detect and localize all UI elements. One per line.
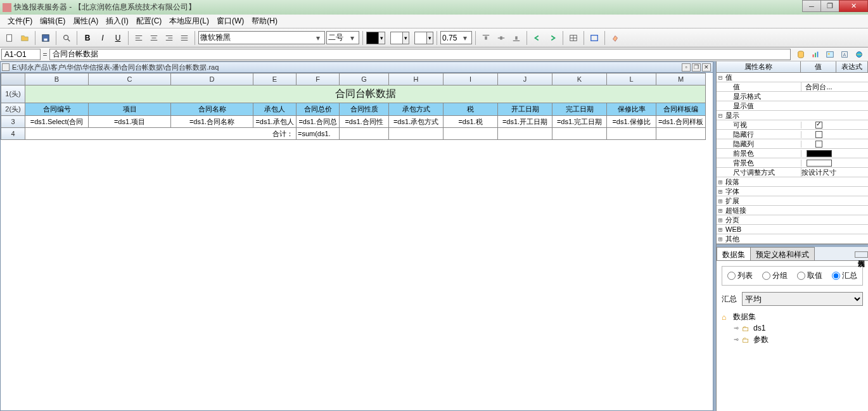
expand-icon[interactable]: ⊟ [717, 111, 724, 120]
property-row[interactable]: ⊞ 扩展 [717, 196, 868, 206]
grid-header-cell[interactable]: 合同名称 [171, 103, 253, 116]
grid-header-cell[interactable]: 项目 [89, 103, 171, 116]
doc-min-button[interactable]: ▫ [682, 63, 691, 72]
grid-data-cell[interactable]: =ds1.项目 [89, 116, 171, 128]
color-swatch[interactable] [807, 160, 832, 167]
save-button[interactable] [39, 31, 53, 45]
ie-icon[interactable] [853, 49, 865, 60]
report-title-cell[interactable]: 合同台帐数据 [25, 85, 706, 103]
border-button[interactable] [587, 31, 601, 45]
col-header[interactable]: G [340, 73, 389, 85]
forecolor-swatch[interactable]: ▾ [366, 32, 385, 44]
grid-empty-cell[interactable] [607, 128, 656, 140]
tab-predefined[interactable]: 预定义格和样式 [750, 247, 815, 260]
doc-close-button[interactable]: ✕ [702, 63, 711, 72]
backcolor-swatch[interactable]: ▾ [390, 32, 409, 44]
tab-dataset[interactable]: 数据集 [717, 247, 751, 260]
grid-header-cell[interactable]: 合同总价 [297, 103, 340, 116]
expand-icon[interactable]: ⊞ [717, 235, 724, 243]
image-icon[interactable] [824, 49, 836, 60]
property-row[interactable]: 前景色 [717, 149, 868, 158]
row-header[interactable]: 4 [1, 128, 25, 140]
grid-empty-cell[interactable] [389, 128, 444, 140]
grid-data-cell[interactable]: =ds1.承包方式 [389, 116, 444, 128]
align-right-button[interactable] [162, 31, 176, 45]
menu-edit[interactable]: 编辑(E) [36, 15, 69, 28]
fillcolor-swatch[interactable]: ▾ [414, 32, 433, 44]
tree-root[interactable]: ⌂数据集 [722, 311, 863, 322]
valign-bottom-button[interactable] [509, 31, 523, 45]
grid-header-cell[interactable]: 合同编号 [25, 103, 89, 116]
property-row[interactable]: ⊞ 超链接 [717, 206, 868, 215]
report-grid[interactable]: BCDEFGHIJKLM1(头)合同台帐数据2(头)合同编号项目合同名称承包人合… [1, 73, 706, 140]
property-value[interactable]: 按设计尺寸 [801, 168, 836, 177]
grid-header-cell[interactable]: 完工日期 [552, 103, 607, 116]
property-row[interactable]: ⊞ 字体 [717, 187, 868, 196]
valign-middle-button[interactable] [494, 31, 508, 45]
grid-empty-cell[interactable] [340, 128, 389, 140]
col-header[interactable]: L [607, 73, 656, 85]
col-header[interactable]: H [389, 73, 444, 85]
radio-group[interactable]: 分组 [762, 270, 788, 281]
preview-button[interactable] [60, 31, 73, 45]
expand-icon[interactable]: ⊞ [717, 206, 724, 215]
row-header[interactable]: 3 [1, 116, 25, 128]
new-button[interactable] [3, 31, 16, 45]
formula-input[interactable]: 合同台帐数据 [49, 49, 791, 60]
close-button[interactable]: ✕ [839, 0, 868, 12]
maximize-button[interactable]: ❐ [820, 0, 839, 12]
property-tree[interactable]: ⊟ 值 值 合同台... 显示格式 显示值 ⊟ 显示 可视 隐藏行 隐藏列 [717, 73, 868, 244]
property-row[interactable]: 隐藏行 [717, 130, 868, 139]
col-header[interactable]: F [297, 73, 340, 85]
col-header[interactable]: B [25, 73, 89, 85]
property-value[interactable] [801, 141, 836, 148]
grid-header-cell[interactable]: 承包人 [253, 103, 297, 116]
property-row[interactable]: 可视 [717, 120, 868, 130]
expand-icon[interactable]: ⊞ [717, 197, 724, 205]
grid-header-cell[interactable]: 开工日期 [498, 103, 552, 116]
db-icon[interactable] [795, 49, 807, 60]
valign-top-button[interactable] [479, 31, 493, 45]
menu-property[interactable]: 属性(A) [69, 15, 102, 28]
expand-icon[interactable]: ⊞ [717, 187, 724, 196]
color-swatch[interactable] [807, 150, 832, 157]
footer-sum-cell[interactable]: =sum(ds1. [297, 128, 340, 140]
menu-help[interactable]: 帮助(H) [248, 15, 281, 28]
grid-data-cell[interactable]: =ds1.完工日期 [552, 116, 607, 128]
align-left-button[interactable] [132, 31, 146, 45]
property-row[interactable]: ⊞ 其他 [717, 234, 868, 244]
property-value[interactable] [801, 160, 836, 167]
align-center-button[interactable] [147, 31, 161, 45]
fontsize-combo[interactable]: 二号▾ [326, 31, 359, 44]
property-row[interactable]: ⊞ 段落 [717, 177, 868, 187]
checkbox[interactable] [815, 122, 822, 129]
col-header[interactable]: J [498, 73, 552, 85]
property-row[interactable]: 显示值 [717, 101, 868, 111]
radio-list[interactable]: 列表 [727, 270, 753, 281]
menu-file[interactable]: 文件(F) [4, 15, 36, 28]
doc-max-button[interactable]: ❐ [692, 63, 701, 72]
grid-corner[interactable] [1, 73, 25, 85]
property-row[interactable]: 背景色 [717, 158, 868, 168]
tree-item-params[interactable]: ⊸🗀参数 [722, 334, 863, 345]
property-value[interactable] [801, 122, 836, 129]
italic-button[interactable]: I [96, 31, 110, 45]
property-row[interactable]: ⊟ 值 [717, 73, 868, 82]
footer-label-cell[interactable]: 合计： [25, 128, 297, 140]
minimize-button[interactable]: ─ [802, 0, 821, 12]
property-value[interactable] [801, 131, 836, 138]
format-icon[interactable]: A [838, 49, 851, 60]
merge-button[interactable] [566, 31, 580, 45]
property-row[interactable]: 尺寸调整方式 按设计尺寸 [717, 168, 868, 177]
property-row[interactable]: ⊞ 分页 [717, 215, 868, 225]
align-justify-button[interactable] [177, 31, 191, 45]
expand-icon[interactable]: ⊞ [717, 225, 724, 234]
grid-data-cell[interactable]: =ds1.税 [444, 116, 498, 128]
grid-data-cell[interactable]: =ds1.合同总 [297, 116, 340, 128]
grid-header-cell[interactable]: 承包方式 [389, 103, 444, 116]
grid-data-cell[interactable]: =ds1.合同样板 [656, 116, 706, 128]
property-row[interactable]: 值 合同台... [717, 82, 868, 92]
property-value[interactable] [801, 150, 836, 157]
underline-button[interactable]: U [111, 31, 125, 45]
row-header[interactable]: 1(头) [1, 85, 25, 103]
